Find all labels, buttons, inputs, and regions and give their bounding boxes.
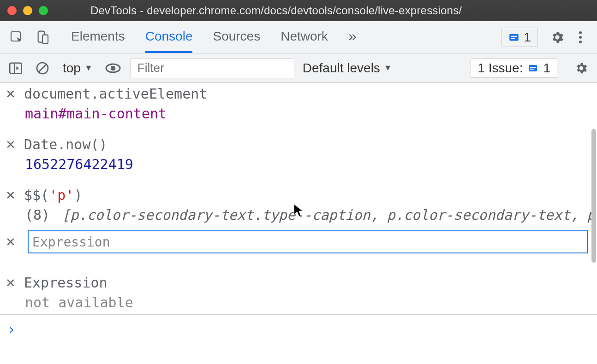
inspect-element-icon[interactable] xyxy=(6,27,27,47)
live-expression-input[interactable] xyxy=(28,230,588,253)
execution-context-selector[interactable]: top ▼ xyxy=(60,61,96,76)
svg-point-8 xyxy=(579,41,582,43)
remove-expression-button[interactable]: ✕ xyxy=(6,189,16,201)
svg-rect-2 xyxy=(42,35,48,43)
svg-rect-16 xyxy=(529,65,537,71)
scrollbar-thumb[interactable] xyxy=(591,129,596,263)
dropdown-triangle-icon: ▼ xyxy=(384,63,392,73)
svg-rect-9 xyxy=(10,63,22,73)
issues-counter[interactable]: 1 Issue: 1 xyxy=(471,59,557,78)
svg-line-13 xyxy=(39,65,46,72)
live-expression-row: ✕ document.activeElement main#main-conte… xyxy=(0,83,597,127)
remove-expression-button[interactable]: ✕ xyxy=(6,277,16,289)
svg-rect-17 xyxy=(530,67,536,68)
console-prompt-chevron-icon: › xyxy=(7,321,16,337)
svg-marker-11 xyxy=(16,66,19,70)
more-options-icon[interactable] xyxy=(570,27,591,47)
issue-count: 1 xyxy=(524,30,531,45)
execution-context-label: top xyxy=(63,61,81,76)
main-toolbar: Elements Console Sources Network » 1 xyxy=(0,21,597,53)
live-expression-result[interactable]: main#main-content xyxy=(25,106,591,122)
live-expression-button[interactable] xyxy=(104,59,122,77)
tab-console[interactable]: Console xyxy=(145,21,193,53)
window-titlebar: DevTools - developer.chrome.com/docs/dev… xyxy=(0,0,597,21)
settings-icon[interactable] xyxy=(547,27,567,47)
log-levels-selector[interactable]: Default levels ▼ xyxy=(303,61,392,76)
remove-expression-button[interactable]: ✕ xyxy=(6,88,16,100)
device-toolbar-icon[interactable] xyxy=(32,27,53,47)
remove-expression-button[interactable]: ✕ xyxy=(6,139,16,151)
svg-rect-5 xyxy=(511,38,515,39)
tab-elements[interactable]: Elements xyxy=(71,21,125,53)
console-settings-icon[interactable] xyxy=(572,59,591,77)
svg-point-7 xyxy=(579,36,582,39)
live-expression-result[interactable]: (8) [p.color-secondary-text.type--captio… xyxy=(25,207,591,223)
minimize-window-button[interactable] xyxy=(23,6,32,15)
maximize-window-button[interactable] xyxy=(39,6,48,15)
remove-expression-button[interactable]: ✕ xyxy=(6,236,16,248)
svg-point-15 xyxy=(111,65,116,70)
log-levels-label: Default levels xyxy=(303,61,380,76)
issues-indicator[interactable]: 1 xyxy=(501,28,538,47)
issue-icon xyxy=(527,63,538,74)
svg-rect-3 xyxy=(510,34,519,41)
close-window-button[interactable] xyxy=(7,6,17,15)
filter-input[interactable] xyxy=(131,58,294,78)
window-title: DevTools - developer.chrome.com/docs/dev… xyxy=(90,4,462,17)
result-element-selector: #main-content xyxy=(58,106,167,122)
svg-rect-18 xyxy=(530,69,534,70)
dropdown-triangle-icon: ▼ xyxy=(84,63,93,73)
window-controls xyxy=(7,6,48,15)
live-expression-row: ✕ Expression not available xyxy=(0,272,597,314)
more-tabs-button[interactable]: » xyxy=(348,21,357,53)
live-expressions-area: ✕ document.activeElement main#main-conte… xyxy=(0,83,597,314)
live-expression-code[interactable]: Expression xyxy=(24,275,107,291)
live-expression-result[interactable]: 1652276422419 xyxy=(25,156,591,172)
svg-rect-4 xyxy=(511,35,517,36)
console-toolbar: top ▼ Default levels ▼ 1 Issue: 1 xyxy=(0,53,597,83)
issues-counter-label: 1 Issue: xyxy=(478,61,523,76)
console-prompt-area[interactable]: › xyxy=(0,314,597,364)
svg-point-6 xyxy=(579,31,582,34)
live-expression-row: ✕ xyxy=(0,229,597,255)
console-sidebar-toggle-icon[interactable] xyxy=(6,59,25,77)
live-expression-result: not available xyxy=(25,294,591,311)
result-element-tag: main xyxy=(25,106,58,122)
result-number: 1652276422419 xyxy=(25,156,133,172)
issues-counter-count: 1 xyxy=(543,61,550,76)
tab-network[interactable]: Network xyxy=(281,21,328,53)
live-expression-row: ✕ $$('p') (8) [p.color-secondary-text.ty… xyxy=(0,184,597,229)
clear-console-icon[interactable] xyxy=(33,59,52,77)
panel-tabs: Elements Console Sources Network » xyxy=(71,21,357,53)
live-expression-row: ✕ Date.now() 1652276422419 xyxy=(0,134,597,178)
live-expression-code[interactable]: document.activeElement xyxy=(24,86,207,102)
tab-sources[interactable]: Sources xyxy=(213,21,260,53)
live-expression-code[interactable]: Date.now() xyxy=(24,136,107,153)
live-expression-code[interactable]: $$('p') xyxy=(24,187,82,203)
issue-icon xyxy=(508,31,520,43)
